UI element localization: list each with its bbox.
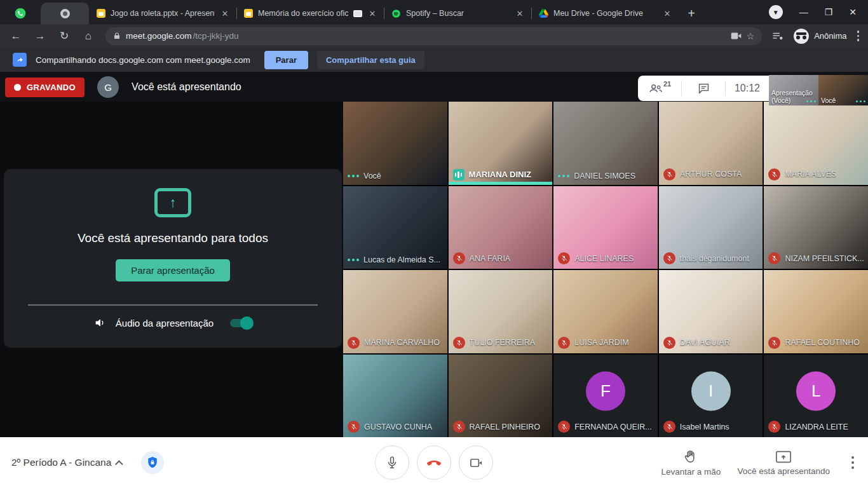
speaker-icon (94, 317, 107, 329)
chat-icon (698, 83, 710, 94)
participant-name: NIZAM PFEILSTICK... (785, 254, 864, 263)
participants-button[interactable]: 21 (638, 81, 681, 96)
speaking-indicator-icon (453, 169, 465, 180)
participant-tile[interactable]: GUSTAVO CUNHA (343, 355, 447, 438)
tab-spotify[interactable]: Spotify – Buscar ✕ (384, 3, 531, 24)
participant-tile[interactable]: DAVI AGUIAR (659, 270, 763, 353)
media-list-icon[interactable] (772, 32, 783, 41)
new-tab-button[interactable]: + (679, 3, 704, 24)
tab-title: Jogo da roleta.pptx - Apresentaç (111, 9, 215, 18)
tab-drive[interactable]: Meu Drive - Google Drive ✕ (531, 3, 679, 24)
chat-button[interactable] (681, 81, 725, 96)
mic-muted-icon (558, 337, 570, 349)
participant-tile[interactable]: MARIANA DINIZ (449, 102, 553, 185)
home-icon[interactable]: ⌂ (81, 30, 95, 43)
participant-tile[interactable]: Lucas de Almeida S... (343, 186, 447, 269)
participant-tile[interactable]: IIsabel Martins (659, 355, 763, 438)
mic-muted-icon (663, 252, 675, 264)
participant-tile[interactable]: LLIZANDRA LEITE (764, 355, 868, 438)
pinned-tab-whatsapp[interactable] (0, 3, 41, 24)
participant-name: Você (363, 172, 381, 180)
meeting-time: 10:12 (735, 83, 760, 94)
participant-name: LUISA JARDIM (574, 338, 628, 347)
self-thumbnails: Apresentação (Você) Você (769, 75, 868, 105)
presentation-thumbnail[interactable]: Apresentação (Você) (769, 75, 818, 105)
profile-button[interactable]: Anônima (794, 29, 846, 44)
google-drive-icon (539, 9, 548, 18)
mic-button[interactable] (375, 445, 409, 480)
present-screen-icon: ↑ (154, 188, 191, 217)
recording-dot-icon (14, 84, 21, 91)
tab-close-icon[interactable]: ✕ (220, 9, 230, 18)
google-meet-window: Jogo da roleta.pptx - Apresentaç ✕ Memór… (0, 0, 868, 488)
tab-close-icon[interactable]: ✕ (515, 9, 525, 18)
browser-menu-icon[interactable] (857, 30, 860, 41)
meeting-name: 2º Período A - Gincana (11, 457, 111, 468)
tab-title: Memória do exercício oficial (258, 9, 348, 18)
url-host: meet.google.com (126, 31, 192, 41)
participant-tile[interactable]: RAFAEL COUTINHO (764, 270, 868, 353)
raise-hand-button[interactable]: Levantar a mão (661, 449, 721, 477)
participant-tile[interactable]: RAFAEL PINHEIRO (449, 355, 553, 438)
self-thumbnail[interactable]: Você (818, 75, 868, 105)
browser-toolbar: ← → ↻ ⌂ meet.google.com/tcp-jkkj-ydu ☆ A… (0, 24, 868, 48)
participant-tile[interactable]: ALICE LINARES (553, 186, 658, 269)
audio-activity-icon (348, 175, 359, 177)
more-options-icon[interactable] (846, 456, 859, 469)
share-this-tab-button[interactable]: Compartilhar esta guia (317, 51, 424, 69)
forward-icon[interactable]: → (33, 30, 47, 43)
chevron-up-icon[interactable] (115, 460, 123, 468)
participant-avatar: I (691, 371, 731, 410)
present-screen-icon (775, 450, 792, 464)
maximize-icon[interactable]: ❐ (825, 7, 833, 17)
audio-activity-icon (806, 100, 817, 103)
participant-name: RAFAEL COUTINHO (785, 338, 860, 347)
participant-tile[interactable]: ANA FARIA (449, 186, 553, 269)
presentation-audio-toggle[interactable] (230, 319, 252, 327)
participant-tile[interactable]: MARIA ALVES (764, 102, 868, 185)
camera-button[interactable] (459, 445, 493, 480)
minimize-icon[interactable]: — (799, 7, 808, 17)
lock-icon (113, 32, 121, 40)
mic-muted-icon (348, 421, 360, 433)
participant-name: GUSTAVO CUNHA (364, 423, 432, 431)
stop-presentation-button[interactable]: Parar apresentação (116, 259, 230, 281)
address-bar[interactable]: meet.google.com/tcp-jkkj-ydu ☆ (105, 27, 762, 45)
pinned-tab-meet-active[interactable] (41, 3, 89, 24)
back-icon[interactable]: ← (9, 30, 23, 43)
participant-tile[interactable]: FFERNANDA QUEIR... (553, 355, 658, 438)
sharing-message: Compartilhando docs.google.com com meet.… (36, 55, 250, 65)
google-slides-icon (97, 9, 105, 18)
tab-search-icon[interactable]: ▼ (769, 5, 783, 19)
participant-tile[interactable]: MARINA CARVALHO (343, 270, 447, 353)
participant-name: FERNANDA QUEIR... (574, 423, 652, 431)
camera-address-icon[interactable] (731, 32, 742, 40)
participant-tile[interactable]: NIZAM PFEILSTICK... (764, 186, 868, 269)
recording-label: GRAVANDO (27, 83, 76, 92)
participant-tile[interactable]: Você (343, 102, 447, 185)
star-icon[interactable]: ☆ (747, 31, 755, 41)
participant-grid: Você MARIANA DINIZ DANIEL SIMOES ARTHUR … (343, 102, 868, 437)
presenting-button[interactable]: Você está apresentando (737, 450, 830, 476)
tab-slides-roleta[interactable]: Jogo da roleta.pptx - Apresentaç ✕ (89, 3, 236, 24)
reload-icon[interactable]: ↻ (57, 29, 71, 43)
close-window-icon[interactable]: ✕ (849, 7, 857, 17)
mic-muted-icon (558, 421, 570, 433)
stop-sharing-button[interactable]: Parar (264, 51, 308, 69)
meet-control-bar: 2º Período A - Gincana Levantar a mão (0, 437, 868, 488)
participant-tile[interactable]: thais deganidumont (659, 186, 763, 269)
participant-tile[interactable]: TULIO FERREIRA (449, 270, 553, 353)
meeting-safety-button[interactable] (141, 451, 164, 474)
tab-close-icon[interactable]: ✕ (662, 9, 672, 18)
participant-tile[interactable]: ARTHUR COSTA (659, 102, 763, 185)
tab-close-icon[interactable]: ✕ (367, 9, 377, 18)
hang-up-button[interactable] (417, 445, 451, 480)
participant-name: LIZANDRA LEITE (785, 423, 848, 431)
tab-memoria[interactable]: Memória do exercício oficial ✕ (236, 3, 384, 24)
participant-tile[interactable]: DANIEL SIMOES (553, 102, 658, 185)
audio-activity-icon (558, 175, 569, 177)
whatsapp-icon (14, 7, 27, 20)
audio-activity-icon (348, 259, 359, 261)
tab-title: Meu Drive - Google Drive (553, 9, 657, 18)
participant-tile[interactable]: LUISA JARDIM (553, 270, 658, 353)
